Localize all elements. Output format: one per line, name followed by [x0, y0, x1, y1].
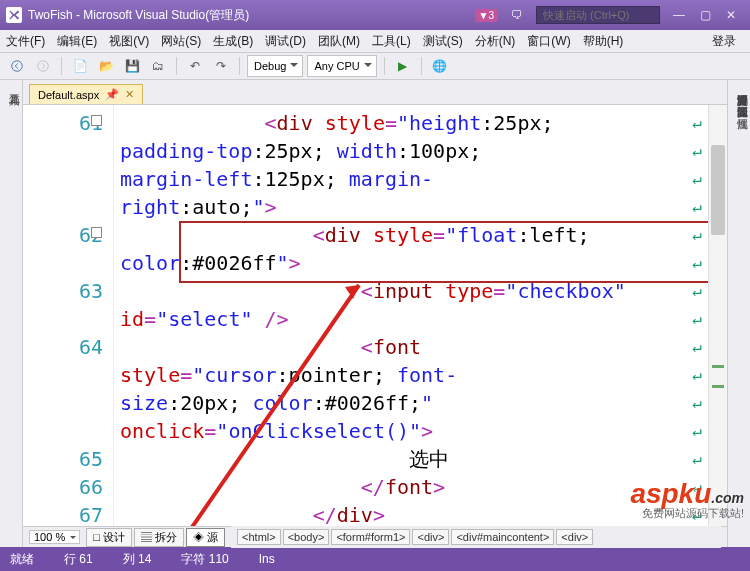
redo-icon[interactable]: ↷	[210, 56, 232, 76]
feedback-icon[interactable]: 🗨	[504, 5, 530, 25]
status-char: 字符 110	[181, 551, 228, 568]
menu-analyze[interactable]: 分析(N)	[475, 33, 516, 50]
right-panel-tabs[interactable]: 解决方案资源管理器 团队资源管理器 属性	[727, 80, 750, 547]
menu-test[interactable]: 测试(S)	[423, 33, 463, 50]
menu-team[interactable]: 团队(M)	[318, 33, 360, 50]
browser-icon[interactable]: 🌐	[429, 56, 451, 76]
line-gutter: 61626364656667	[23, 105, 114, 526]
vs-logo-icon	[6, 7, 22, 23]
notification-badge[interactable]: ▼3	[475, 9, 498, 22]
tabstrip: Default.aspx 📌 ✕	[23, 80, 727, 105]
config-combo[interactable]: Debug	[247, 55, 303, 77]
new-file-icon[interactable]: 📄	[69, 56, 91, 76]
breadcrumb-item[interactable]: <body>	[283, 529, 330, 545]
svg-point-0	[12, 61, 23, 72]
menu-help[interactable]: 帮助(H)	[583, 33, 624, 50]
open-icon[interactable]: 📂	[95, 56, 117, 76]
view-source-button[interactable]: ◈ 源	[186, 528, 225, 547]
minimize-icon[interactable]: —	[666, 5, 692, 25]
toolbar: 📄 📂 💾 🗂 ↶ ↷ Debug Any CPU ▶ 🌐	[0, 52, 750, 80]
fold-icon[interactable]	[91, 115, 102, 126]
nav-fwd-icon[interactable]	[32, 56, 54, 76]
breadcrumb-item[interactable]: <form#form1>	[331, 529, 410, 545]
menubar: 文件(F) 编辑(E) 视图(V) 网站(S) 生成(B) 调试(D) 团队(M…	[0, 30, 750, 52]
menu-debug[interactable]: 调试(D)	[265, 33, 306, 50]
view-split-button[interactable]: ▤ 拆分	[134, 528, 184, 547]
document-well: Default.aspx 📌 ✕ 61626364656667 <div sty…	[23, 80, 727, 547]
close-icon[interactable]: ✕	[718, 5, 744, 25]
breadcrumb-item[interactable]: <div#maincontent>	[451, 529, 554, 545]
view-design-button[interactable]: □ 设计	[86, 528, 132, 547]
breadcrumb-item[interactable]: <div>	[556, 529, 593, 545]
statusbar: 就绪 行 61 列 14 字符 110 Ins	[0, 547, 750, 571]
status-col: 列 14	[123, 551, 152, 568]
maximize-icon[interactable]: ▢	[692, 5, 718, 25]
fold-icon[interactable]	[91, 227, 102, 238]
zoom-combo[interactable]: 100 %	[29, 530, 80, 544]
editor[interactable]: 61626364656667 <div style="height:25px; …	[23, 105, 727, 526]
save-icon[interactable]: 💾	[121, 56, 143, 76]
editor-footer: 100 % □ 设计 ▤ 拆分 ◈ 源 <html><body><form#fo…	[23, 526, 727, 547]
scroll-thumb[interactable]	[711, 145, 725, 235]
vs-window: TwoFish - Microsoft Visual Studio(管理员) ▼…	[0, 0, 750, 571]
menu-website[interactable]: 网站(S)	[161, 33, 201, 50]
breadcrumb-item[interactable]: <html>	[237, 529, 281, 545]
titlebar[interactable]: TwoFish - Microsoft Visual Studio(管理员) ▼…	[0, 0, 750, 30]
window-title: TwoFish - Microsoft Visual Studio(管理员)	[28, 7, 249, 24]
menu-window[interactable]: 窗口(W)	[527, 33, 570, 50]
toolbox-panel-tab[interactable]: 工具箱	[0, 80, 23, 547]
menu-build[interactable]: 生成(B)	[213, 33, 253, 50]
status-ins: Ins	[259, 552, 275, 566]
menu-tools[interactable]: 工具(L)	[372, 33, 411, 50]
login-link[interactable]: 登录	[712, 33, 736, 50]
platform-combo[interactable]: Any CPU	[307, 55, 376, 77]
nav-back-icon[interactable]	[6, 56, 28, 76]
file-tab-default[interactable]: Default.aspx 📌 ✕	[29, 84, 143, 104]
code-area[interactable]: <div style="height:25px; padding-top:25p…	[114, 105, 708, 526]
view-switcher: □ 设计 ▤ 拆分 ◈ 源	[86, 528, 225, 547]
tag-breadcrumb: <html><body><form#form1><div><div#mainco…	[231, 526, 721, 548]
tab-close-icon[interactable]: ✕	[125, 88, 134, 101]
menu-view[interactable]: 视图(V)	[109, 33, 149, 50]
quick-launch-input[interactable]	[536, 6, 660, 24]
pin-icon[interactable]: 📌	[105, 88, 119, 101]
vertical-scrollbar[interactable]	[708, 105, 727, 526]
menu-edit[interactable]: 编辑(E)	[57, 33, 97, 50]
menu-file[interactable]: 文件(F)	[6, 33, 45, 50]
status-ready: 就绪	[10, 551, 34, 568]
scroll-marker	[712, 365, 724, 368]
tab-label: Default.aspx	[38, 89, 99, 101]
undo-icon[interactable]: ↶	[184, 56, 206, 76]
svg-point-1	[38, 61, 49, 72]
status-line: 行 61	[64, 551, 93, 568]
start-debug-icon[interactable]: ▶	[392, 56, 414, 76]
scroll-marker	[712, 385, 724, 388]
save-all-icon[interactable]: 🗂	[147, 56, 169, 76]
breadcrumb-item[interactable]: <div>	[412, 529, 449, 545]
